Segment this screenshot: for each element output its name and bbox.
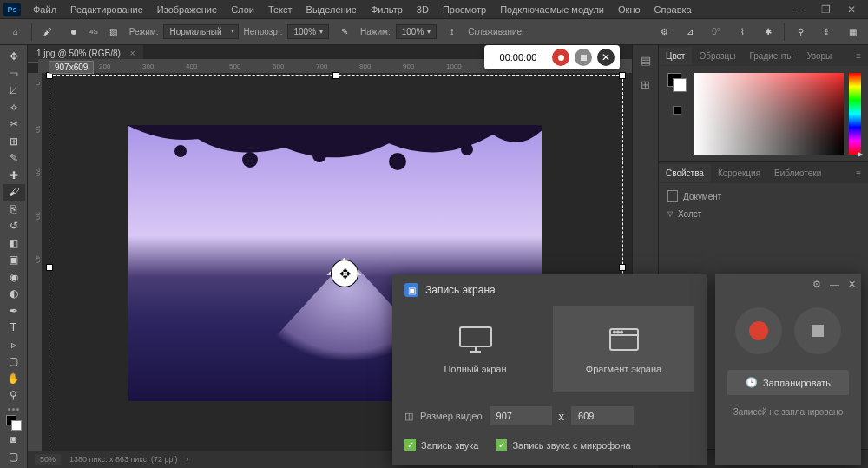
menu-view[interactable]: Просмотр: [436, 2, 493, 17]
type-tool-icon[interactable]: T: [3, 320, 25, 336]
menu-edit[interactable]: Редактирование: [63, 2, 150, 17]
checkbox-mic[interactable]: ✓Запись звука с микрофона: [496, 439, 630, 451]
menu-filter[interactable]: Фильтр: [364, 2, 410, 17]
window-restore-icon[interactable]: ❐: [812, 3, 838, 16]
char-dock-icon[interactable]: ⊞: [637, 76, 654, 92]
history-dock-icon[interactable]: ▤: [637, 52, 654, 68]
gradient-tool-icon[interactable]: ▣: [3, 252, 25, 268]
stop-button[interactable]: [575, 49, 592, 66]
tab-libraries[interactable]: Библиотеки: [767, 164, 828, 182]
tab-gradients[interactable]: Градиенты: [742, 47, 799, 65]
menu-window[interactable]: Окно: [611, 2, 648, 17]
hue-slider[interactable]: [849, 73, 861, 155]
handle-tm[interactable]: [332, 72, 339, 79]
big-stop-button[interactable]: [794, 307, 841, 354]
handle-ml[interactable]: [46, 264, 53, 271]
zoom-tool-icon[interactable]: ⚲: [3, 387, 25, 404]
brush-panel-icon[interactable]: ▧: [103, 22, 124, 43]
handle-tr[interactable]: [619, 72, 626, 79]
shape-tool-icon[interactable]: ▢: [3, 353, 25, 370]
window-close-icon[interactable]: ✕: [848, 279, 856, 290]
swatch-small[interactable]: [673, 106, 681, 115]
menu-layer[interactable]: Слои: [224, 2, 261, 17]
link-icon[interactable]: x: [559, 410, 565, 423]
zoom-input[interactable]: 50%: [35, 454, 61, 465]
props-canvas-row[interactable]: ▽Холст: [667, 209, 859, 219]
vertical-ruler: 010203040: [28, 73, 42, 468]
heal-tool-icon[interactable]: ✚: [3, 168, 25, 184]
eraser-tool-icon[interactable]: ◧: [3, 235, 25, 252]
path-tool-icon[interactable]: ▹: [3, 337, 25, 353]
gear-icon[interactable]: ⚙: [812, 279, 821, 290]
checkbox-audio[interactable]: ✓Запись звука: [404, 439, 478, 451]
width-input[interactable]: [490, 406, 552, 425]
dodge-tool-icon[interactable]: ◐: [3, 286, 25, 302]
mode-fragment[interactable]: Фрагмент экрана: [553, 306, 694, 392]
tab-color[interactable]: Цвет: [659, 47, 692, 65]
menu-file[interactable]: Файл: [26, 2, 63, 17]
stamp-tool-icon[interactable]: ⎘: [3, 201, 25, 218]
move-tool-icon[interactable]: ✥: [3, 49, 25, 65]
check-icon: ✓: [496, 439, 507, 451]
home-icon[interactable]: ⌂: [5, 22, 26, 43]
handle-mr[interactable]: [619, 264, 626, 271]
flow-input[interactable]: 100%: [396, 24, 437, 39]
share-icon[interactable]: ⇪: [816, 22, 837, 43]
tab-patterns[interactable]: Узоры: [800, 47, 839, 65]
frame-tool-icon[interactable]: ⊞: [3, 134, 25, 150]
angle-icon[interactable]: ⊿: [680, 22, 700, 43]
tab-swatches[interactable]: Образцы: [692, 47, 742, 65]
fg-bg-swatch[interactable]: [3, 415, 25, 432]
brush-tool-icon[interactable]: 🖌: [3, 184, 25, 201]
blur-tool-icon[interactable]: ◉: [3, 269, 25, 286]
menu-text[interactable]: Текст: [261, 2, 299, 17]
airbrush-icon[interactable]: ⟟: [442, 22, 463, 43]
panel-menu-icon[interactable]: ≡: [849, 51, 868, 61]
color-picker-field[interactable]: [694, 73, 844, 155]
pressure-size-icon[interactable]: ⌇: [732, 22, 753, 43]
screenmode-icon[interactable]: ▢: [3, 449, 25, 465]
menu-help[interactable]: Справка: [648, 2, 699, 17]
fg-bg-swatch-panel[interactable]: [667, 73, 687, 92]
mode-fullscreen[interactable]: Полный экран: [404, 306, 546, 392]
height-input[interactable]: [571, 406, 634, 425]
workspace-icon[interactable]: ▦: [842, 22, 863, 43]
close-tab-icon[interactable]: ×: [130, 49, 135, 58]
menu-image[interactable]: Изображение: [150, 2, 224, 17]
pen-tool-icon[interactable]: ✒: [3, 303, 25, 320]
lasso-tool-icon[interactable]: ⟀: [3, 82, 25, 99]
eyedropper-tool-icon[interactable]: ✎: [3, 150, 25, 167]
window-close-icon[interactable]: ✕: [838, 3, 865, 16]
quickmask-icon[interactable]: ◙: [3, 432, 25, 448]
chevron-right-icon[interactable]: ›: [186, 455, 188, 464]
schedule-button[interactable]: 🕓Запланировать: [727, 370, 849, 395]
blend-mode-dropdown[interactable]: Нормальный: [163, 24, 238, 39]
close-recorder-icon[interactable]: ✕: [597, 49, 615, 66]
menu-select[interactable]: Выделение: [299, 2, 364, 17]
crop-icon: ◫: [404, 411, 413, 422]
search-icon[interactable]: ⚲: [790, 22, 811, 43]
symmetry-icon[interactable]: 0°: [706, 22, 727, 43]
gear-icon[interactable]: ⚙: [654, 22, 674, 43]
history-brush-icon[interactable]: ↺: [3, 218, 25, 234]
crop-tool-icon[interactable]: ✂: [3, 116, 25, 133]
hand-tool-icon[interactable]: ✋: [3, 371, 25, 387]
tab-adjustments[interactable]: Коррекция: [711, 164, 767, 182]
window-minimize-icon[interactable]: —: [830, 279, 839, 289]
menu-plugins[interactable]: Подключаемые модули: [493, 2, 611, 17]
toolbox-more-icon[interactable]: [8, 408, 19, 411]
wand-tool-icon[interactable]: ✧: [3, 100, 25, 116]
window-minimize-icon[interactable]: —: [786, 3, 812, 16]
tab-properties[interactable]: Свойства: [659, 164, 711, 182]
marquee-tool-icon[interactable]: ▭: [3, 66, 25, 82]
pressure-opacity-icon[interactable]: ✎: [334, 22, 355, 43]
big-record-button[interactable]: [735, 307, 782, 354]
brush-tool-icon[interactable]: 🖌: [37, 22, 58, 43]
panel-menu-icon[interactable]: ≡: [849, 168, 868, 178]
color-panel-tabs: Цвет Образцы Градиенты Узоры ≡: [659, 45, 868, 66]
butterfly-icon[interactable]: ✱: [758, 22, 779, 43]
menu-3d[interactable]: 3D: [410, 2, 436, 17]
opacity-input[interactable]: 100%: [287, 24, 329, 39]
brush-preset-icon[interactable]: [63, 22, 84, 43]
record-button[interactable]: [552, 49, 569, 66]
